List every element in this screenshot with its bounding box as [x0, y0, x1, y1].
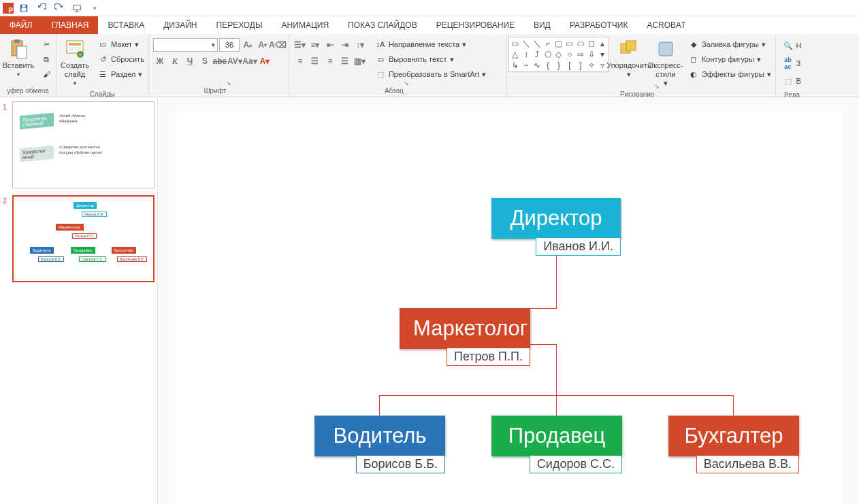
cut-button[interactable]: ✂	[38, 37, 54, 52]
shape-icon[interactable]: ✧	[587, 61, 596, 70]
shape-icon[interactable]: }	[554, 61, 564, 70]
layout-button[interactable]: ▭Макет ▾	[95, 37, 147, 52]
char-spacing-button[interactable]: AV▾	[228, 54, 242, 68]
tab-insert[interactable]: ВСТАВКА	[98, 16, 154, 34]
bold-button[interactable]: Ж	[153, 54, 167, 68]
redo-button[interactable]	[52, 1, 67, 16]
shape-icon[interactable]: {	[543, 61, 553, 70]
italic-button[interactable]: К	[168, 54, 182, 68]
shape-icon[interactable]: ⌐	[543, 39, 553, 48]
align-text-button[interactable]: ▭Выровнять текст ▾	[372, 52, 489, 67]
shape-icon[interactable]: ＼	[521, 39, 531, 48]
clear-format-button[interactable]: A⌫	[271, 38, 285, 52]
shape-icon[interactable]: ○	[565, 50, 574, 59]
tab-developer[interactable]: РАЗРАБОТЧИК	[560, 16, 638, 34]
shape-effects-button[interactable]: ◐Эффекты фигуры ▾	[685, 67, 774, 82]
tab-slideshow[interactable]: ПОКАЗ СЛАЙДОВ	[338, 16, 427, 34]
shape-more-icon[interactable]: ▿	[598, 61, 607, 70]
tab-design[interactable]: ДИЗАЙН	[154, 16, 206, 34]
increase-font-button[interactable]: A▴	[241, 38, 255, 52]
align-center-button[interactable]: ☰	[308, 54, 322, 68]
quick-styles-button[interactable]: Экспресс-стили▾	[649, 37, 683, 89]
tab-acrobat[interactable]: ACROBAT	[637, 16, 695, 34]
slide-editor[interactable]: Директор Иванов И.И. Маркетолог Петров П…	[158, 97, 859, 504]
thumbnail-panel[interactable]: 1 Продоволь ственный •Хлеб •Масло •Майон…	[0, 97, 158, 504]
change-case-button[interactable]: Aa▾	[243, 54, 257, 68]
thumbnail-preview: Продоволь ственный •Хлеб •Масло •Майонез…	[12, 101, 155, 188]
save-button[interactable]	[16, 1, 31, 16]
tab-home[interactable]: ГЛАВНАЯ	[42, 16, 98, 34]
shape-icon[interactable]: ~	[521, 61, 531, 70]
tab-animation[interactable]: АНИМАЦИЯ	[272, 16, 338, 34]
tab-review[interactable]: РЕЦЕНЗИРОВАНИЕ	[427, 16, 524, 34]
new-slide-button[interactable]: ＋ Создать слайд ▾	[58, 37, 92, 89]
shape-icon[interactable]: ▭	[565, 39, 574, 48]
shape-icon[interactable]: ⬭	[576, 39, 585, 48]
decrease-indent-button[interactable]: ⇤	[323, 38, 337, 52]
shape-icon[interactable]: ↳	[510, 61, 520, 70]
line-spacing-button[interactable]: ↕▾	[353, 38, 367, 52]
find-button[interactable]: 🔍Н	[780, 38, 805, 53]
shape-icon[interactable]: ⬠	[543, 50, 553, 59]
bullets-button[interactable]: ☰▾	[293, 38, 307, 52]
qat-dropdown-icon[interactable]: ▾	[87, 1, 102, 16]
shape-outline-button[interactable]: ◻Контур фигуры ▾	[685, 52, 774, 67]
shape-icon[interactable]: ⇩	[587, 50, 596, 59]
tab-transitions[interactable]: ПЕРЕХОДЫ	[207, 16, 272, 34]
org-node-driver[interactable]: Водитель Борисов Б.Б.	[314, 416, 445, 473]
replace-button[interactable]: abacЗ	[780, 56, 804, 71]
arrange-button[interactable]: Упорядочить▾	[612, 37, 646, 80]
shape-icon[interactable]: ]	[576, 61, 585, 70]
copy-button[interactable]: ⧉	[38, 52, 54, 67]
org-node-seller[interactable]: Продавец Сидоров С.С.	[491, 416, 622, 473]
shape-scroll-down-icon[interactable]: ▾	[598, 50, 607, 59]
tab-file[interactable]: ФАЙЛ	[0, 16, 42, 34]
strike-button[interactable]: abc	[213, 54, 227, 68]
numbering-button[interactable]: ≡▾	[308, 38, 322, 52]
font-size-combo[interactable]: 36	[219, 38, 240, 52]
org-node-director[interactable]: Директор Иванов И.И.	[491, 198, 621, 256]
select-button[interactable]: ⬚В	[780, 73, 804, 88]
shape-icon[interactable]: ⤴	[532, 50, 542, 59]
start-slideshow-button[interactable]	[69, 1, 84, 16]
shape-icon[interactable]: ＼	[532, 39, 542, 48]
thumbnail-2[interactable]: 2 Директор Иванов И.И. Маркетолог Петров…	[3, 195, 155, 282]
slide-canvas[interactable]: Директор Иванов И.И. Маркетолог Петров П…	[175, 111, 842, 504]
org-node-accountant[interactable]: Бухгалтер Васильева В.В.	[668, 416, 799, 473]
shape-icon[interactable]: [	[565, 61, 574, 70]
dialog-launcher-icon[interactable]: ↘	[654, 83, 662, 90]
font-family-combo[interactable]: ▾	[153, 38, 218, 52]
underline-button[interactable]: Ч	[183, 54, 197, 68]
format-painter-button[interactable]: 🖌	[38, 67, 54, 82]
align-left-button[interactable]: ≡	[293, 54, 307, 68]
align-right-button[interactable]: ≡	[323, 54, 337, 68]
dialog-launcher-icon[interactable]: ↘	[226, 80, 233, 86]
dialog-launcher-icon[interactable]: ↘	[404, 80, 411, 86]
undo-button[interactable]	[34, 1, 49, 16]
columns-button[interactable]: ▥▾	[353, 54, 367, 68]
shadow-button[interactable]: S	[198, 54, 212, 68]
justify-button[interactable]: ☰	[338, 54, 352, 68]
thumbnail-1[interactable]: 1 Продоволь ственный •Хлеб •Масло •Майон…	[3, 101, 155, 188]
shape-icon[interactable]: ↕	[521, 50, 531, 59]
reset-button[interactable]: ↺Сбросить	[95, 52, 147, 67]
paste-button[interactable]: Вставить ▾	[1, 37, 35, 80]
shape-icon[interactable]: ◇	[554, 50, 564, 59]
shape-scroll-up-icon[interactable]: ▴	[598, 39, 607, 48]
shape-icon[interactable]: ▭	[510, 39, 520, 48]
shape-icon[interactable]: ◻	[587, 39, 596, 48]
font-color-button[interactable]: A▾	[258, 54, 272, 68]
shapes-gallery[interactable]: ▭＼＼⌐▢▭⬭◻▴ △↕⤴⬠◇○⇨⇩▾ ↳~∿{}[]✧▿	[508, 37, 609, 72]
shape-fill-button[interactable]: ◆Заливка фигуры ▾	[685, 37, 774, 52]
convert-smartart-button[interactable]: ⬚Преобразовать в SmartArt ▾	[372, 67, 489, 82]
text-direction-button[interactable]: ↕AНаправление текста ▾	[372, 37, 489, 52]
shape-icon[interactable]: △	[510, 50, 520, 59]
section-button[interactable]: ☰Раздел ▾	[95, 67, 147, 82]
org-node-marketer[interactable]: Маркетолог Петров П.П.	[400, 308, 530, 366]
increase-indent-button[interactable]: ⇥	[338, 38, 352, 52]
shape-icon[interactable]: ∿	[532, 61, 542, 70]
decrease-font-button[interactable]: A▾	[256, 38, 270, 52]
tab-view[interactable]: ВИД	[524, 16, 560, 34]
shape-icon[interactable]: ⇨	[576, 50, 585, 59]
shape-icon[interactable]: ▢	[554, 39, 564, 48]
